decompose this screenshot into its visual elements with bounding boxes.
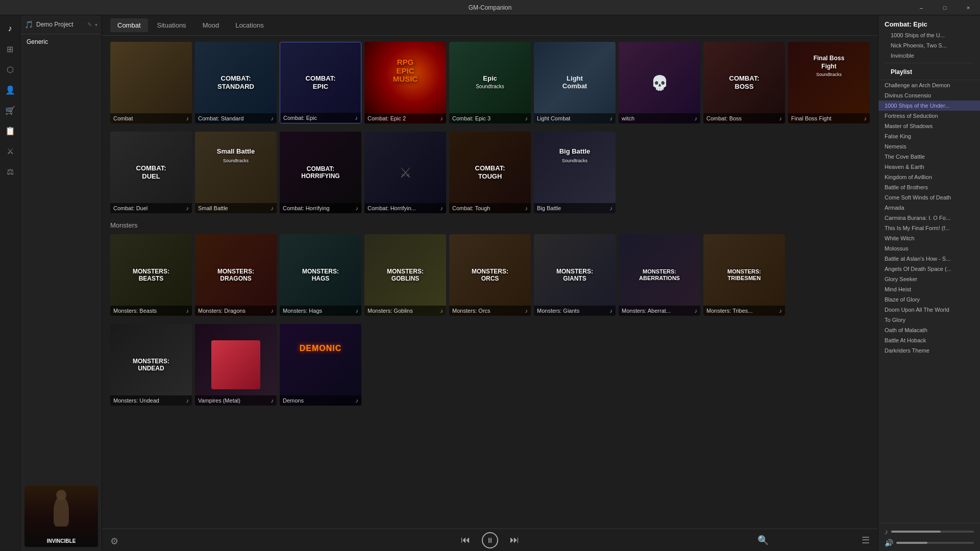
ambient-volume-slider[interactable] bbox=[896, 542, 974, 544]
rp-playlist-item[interactable]: To Glory bbox=[878, 315, 980, 325]
sidebar-music-icon[interactable]: ♪ bbox=[1, 19, 19, 38]
sidebar-person-icon[interactable]: 👤 bbox=[1, 81, 19, 99]
play-pause-button[interactable]: ⏸ bbox=[482, 532, 498, 548]
rp-playlist-item[interactable]: Battle at Aslan's How - S... bbox=[878, 254, 980, 264]
rp-playlist-item[interactable]: Come Soft Winds of Death bbox=[878, 192, 980, 203]
project-icon: 🎵 bbox=[24, 20, 33, 29]
monsters-row-1: MONSTERS:BEASTS Monsters: Beasts ♪ MONST… bbox=[110, 234, 870, 316]
sidebar-map-icon[interactable]: ⊞ bbox=[1, 40, 19, 58]
card-big-battle[interactable]: Big BattleSoundtracks Big Battle ♪ bbox=[534, 132, 616, 213]
edit-project-icon[interactable]: ✎ bbox=[87, 21, 92, 28]
prev-button[interactable]: ⏮ bbox=[457, 532, 474, 548]
rp-item-1000ships[interactable]: 1000 Ships of the U... bbox=[885, 30, 974, 40]
rp-playlist-item[interactable]: Oath of Malacath bbox=[878, 325, 980, 335]
maximize-button[interactable]: □ bbox=[933, 0, 957, 15]
rp-playlist-item[interactable]: Battle At Hoback bbox=[878, 335, 980, 345]
card-light-combat-label: Light Combat ♪ bbox=[534, 113, 616, 123]
sidebar-tools-icon[interactable]: ⚖ bbox=[1, 162, 19, 181]
card-combat-horrifying-label: Combat: Horrifying ♪ bbox=[280, 203, 361, 213]
card-monsters-goblins[interactable]: MONSTERS:GOBLINS Monsters: Goblins ♪ bbox=[364, 234, 446, 316]
tab-locations[interactable]: Locations bbox=[228, 18, 271, 32]
card-monsters-giants[interactable]: MONSTERS:GIANTS Monsters: Giants ♪ bbox=[534, 234, 616, 316]
project-dropdown-icon[interactable]: ▾ bbox=[95, 22, 97, 28]
rp-playlist-item-cove[interactable]: The Cove Battle bbox=[878, 152, 980, 162]
rp-playlist-item[interactable]: Divinus Consensio bbox=[878, 90, 980, 101]
music-volume-slider[interactable] bbox=[891, 531, 974, 533]
card-combat-boss-label: Combat: Boss ♪ bbox=[703, 113, 785, 123]
search-button[interactable]: 🔍 bbox=[757, 535, 769, 546]
rp-playlist-item[interactable]: Molossus bbox=[878, 243, 980, 254]
settings-button[interactable]: ⚙ bbox=[110, 536, 118, 547]
rp-item-nickphoenix[interactable]: Nick Phoenix, Two S... bbox=[885, 40, 974, 51]
card-combat-horrifying2-label: Combat: Horrifyin... ♪ bbox=[364, 203, 446, 213]
rp-playlist-item[interactable]: Kingdom of Avillion bbox=[878, 172, 980, 182]
card-combat-duel[interactable]: COMBAT:DUEL Combat: Duel ♪ bbox=[110, 132, 192, 213]
card-combat-duel-label: Combat: Duel ♪ bbox=[110, 203, 192, 213]
grid-area: Combat ♪ COMBAT:STANDARD Combat: Standar… bbox=[102, 36, 878, 529]
card-witch[interactable]: 💀 witch ♪ bbox=[619, 42, 700, 123]
rp-playlist-item[interactable]: This Is My Final Form! (f... bbox=[878, 223, 980, 233]
rp-playlist-item[interactable]: Blaze of Glory bbox=[878, 294, 980, 305]
rp-playlist-item[interactable]: Battle of Brothers bbox=[878, 182, 980, 192]
tab-situations[interactable]: Situations bbox=[150, 18, 193, 32]
rp-playlist-item[interactable]: Darkriders Theme bbox=[878, 345, 980, 356]
next-button[interactable]: ⏭ bbox=[506, 532, 523, 548]
card-demons[interactable]: DEMONIC Demons ♪ bbox=[280, 324, 361, 406]
rp-playlist-item-heaven[interactable]: Heaven & Earth bbox=[878, 162, 980, 172]
combat-row-2: COMBAT:DUEL Combat: Duel ♪ Small BattleS… bbox=[110, 132, 870, 213]
card-combat-tough[interactable]: COMBAT:TOUGH Combat: Tough ♪ bbox=[449, 132, 531, 213]
close-button[interactable]: × bbox=[957, 0, 980, 15]
music-volume-icon: ♪ bbox=[885, 528, 888, 536]
card-monsters-beasts[interactable]: MONSTERS:BEASTS Monsters: Beasts ♪ bbox=[110, 234, 192, 316]
card-light-combat[interactable]: Light Combat Light Combat ♪ bbox=[534, 42, 616, 123]
minimize-button[interactable]: – bbox=[910, 0, 933, 15]
card-combat-horrifying[interactable]: COMBAT:HORRIFYING Combat: Horrifying ♪ bbox=[280, 132, 361, 213]
thumb-image: INVINCIBLE bbox=[24, 486, 98, 547]
right-panel-header: Combat: Epic 1000 Ships of the U... Nick… bbox=[878, 15, 980, 80]
sidebar-notes-icon[interactable]: 📋 bbox=[1, 121, 19, 140]
card-monsters-orcs[interactable]: MONSTERS:ORCS Monsters: Orcs ♪ bbox=[449, 234, 531, 316]
tab-mood[interactable]: Mood bbox=[195, 18, 227, 32]
sidebar-cart-icon[interactable]: 🛒 bbox=[1, 101, 19, 119]
card-combat[interactable]: Combat ♪ bbox=[110, 42, 192, 123]
card-final-boss[interactable]: Final Boss FightSoundtracks Final Boss F… bbox=[788, 42, 870, 123]
rp-playlist-item[interactable]: Nemesis bbox=[878, 141, 980, 152]
rp-playlist-item[interactable]: Angels Of Death Space (... bbox=[878, 264, 980, 274]
card-monsters-aberrations[interactable]: MONSTERS:ABERRATIONS Monsters: Aberrat..… bbox=[619, 234, 700, 316]
card-vampires[interactable]: THE CITY Vampires (Metal) ♪ bbox=[195, 324, 277, 406]
rp-playlist-item[interactable]: Challenge an Arch Demon bbox=[878, 80, 980, 90]
card-small-battle[interactable]: Small BattleSoundtracks Small Battle ♪ bbox=[195, 132, 277, 213]
card-combat-horrifying2[interactable]: ⚔ Combat: Horrifyin... ♪ bbox=[364, 132, 446, 213]
card-monsters-dragons[interactable]: MONSTERS:DRAGONS Monsters: Dragons ♪ bbox=[195, 234, 277, 316]
rp-playlist-item[interactable]: Master of Shadows bbox=[878, 121, 980, 131]
card-monsters-undead[interactable]: MONSTERS:UNDEAD Monsters: Undead ♪ bbox=[110, 324, 192, 406]
card-combat-boss[interactable]: COMBAT:BOSS Combat: Boss ♪ bbox=[703, 42, 785, 123]
rp-playlist-scroll[interactable]: Challenge an Arch Demon Divinus Consensi… bbox=[878, 80, 980, 523]
rp-playlist-item[interactable]: Carmina Burana: I. O Fo... bbox=[878, 213, 980, 223]
list-button[interactable]: ☰ bbox=[862, 535, 870, 546]
music-note-icon12: ♪ bbox=[356, 205, 359, 211]
rp-playlist-item-highlighted[interactable]: 1000 Ships of the Under... bbox=[878, 101, 980, 111]
card-monsters-hags[interactable]: MONSTERS:HAGS Monsters: Hags ♪ bbox=[280, 234, 361, 316]
rp-playlist-item[interactable]: Mind Heist bbox=[878, 284, 980, 294]
nav-generic[interactable]: Generic bbox=[20, 34, 102, 49]
card-monsters-undead-label: Monsters: Undead ♪ bbox=[110, 395, 192, 406]
card-combat-standard[interactable]: COMBAT:STANDARD Combat: Standard ♪ bbox=[195, 42, 277, 123]
card-combat-epic2[interactable]: RPGEPICMUSIC Combat: Epic 2 ♪ bbox=[364, 42, 446, 123]
sidebar-dice-icon[interactable]: ⬡ bbox=[1, 60, 19, 79]
rp-playlist-item[interactable]: Glory Seeker bbox=[878, 274, 980, 284]
music-note-icon15: ♪ bbox=[610, 205, 613, 211]
card-monsters-tribesmen[interactable]: MONSTERS:TRIBESMEN Monsters: Tribes... ♪ bbox=[703, 234, 785, 316]
rp-playlist-item[interactable]: Armada bbox=[878, 203, 980, 213]
rp-playlist-item[interactable]: False King bbox=[878, 131, 980, 141]
rp-item-invincible[interactable]: Invincible bbox=[885, 51, 974, 61]
tab-combat[interactable]: Combat bbox=[110, 18, 148, 32]
rp-playlist-item-doom[interactable]: Doom Upon All The World bbox=[878, 305, 980, 315]
music-note-icon7: ♪ bbox=[695, 115, 698, 121]
rp-playlist-item[interactable]: Fortress of Seduction bbox=[878, 111, 980, 121]
music-note-icon13: ♪ bbox=[440, 205, 444, 211]
rp-playlist-item-whitewitch[interactable]: White Witch bbox=[878, 233, 980, 243]
card-combat-epic[interactable]: COMBAT:EPIC Combat: Epic ♪ bbox=[280, 42, 361, 123]
sidebar-combat-icon[interactable]: ⚔ bbox=[1, 142, 19, 160]
card-combat-epic3[interactable]: EpicSoundtracks Combat: Epic 3 ♪ bbox=[449, 42, 531, 123]
